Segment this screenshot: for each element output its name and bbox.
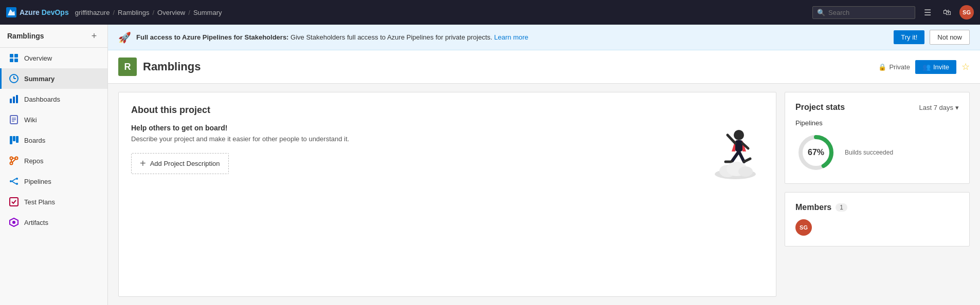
summary-icon xyxy=(9,73,19,84)
sidebar-item-testplans[interactable]: Test Plans xyxy=(0,192,107,212)
plus-icon: + xyxy=(140,158,146,169)
members-header: Members 1 xyxy=(795,203,959,212)
svg-rect-17 xyxy=(13,136,15,141)
sidebar-item-artifacts[interactable]: Artifacts xyxy=(0,212,107,233)
try-it-button[interactable]: Try it! xyxy=(894,30,924,44)
stats-title: Project stats xyxy=(795,103,845,112)
svg-line-28 xyxy=(12,179,16,181)
banner-icon: 🚀 xyxy=(118,31,131,44)
svg-rect-5 xyxy=(14,59,18,62)
stats-period-selector[interactable]: Last 7 days ▾ xyxy=(919,104,959,111)
wiki-icon xyxy=(9,115,19,125)
member-avatar[interactable]: SG xyxy=(795,219,812,236)
breadcrumb-ramblings[interactable]: Ramblings xyxy=(118,9,149,16)
logo[interactable]: Azure DevOps xyxy=(6,7,69,17)
logo-azure: Azure xyxy=(20,8,40,16)
topnav: Azure DevOps griffithazure / Ramblings /… xyxy=(0,0,980,25)
svg-point-33 xyxy=(734,130,744,140)
sidebar-item-repos[interactable]: Repos xyxy=(0,150,107,171)
breadcrumb: griffithazure / Ramblings / Overview / S… xyxy=(75,9,806,16)
pipelines-icon xyxy=(9,176,19,186)
members-title: Members xyxy=(795,203,831,212)
about-left: Help others to get on board! Describe yo… xyxy=(131,124,697,174)
repos-icon xyxy=(9,156,19,166)
svg-rect-34 xyxy=(735,140,742,151)
devops-icon xyxy=(6,7,16,17)
about-title: About this project xyxy=(131,105,764,116)
pipelines-label: Pipelines xyxy=(795,119,959,127)
stats-header: Project stats Last 7 days ▾ xyxy=(795,103,959,112)
sidebar-label-summary: Summary xyxy=(24,75,55,83)
svg-rect-11 xyxy=(16,95,18,103)
sidebar-item-overview[interactable]: Overview xyxy=(0,48,107,68)
sidebar-label-testplans: Test Plans xyxy=(24,198,55,206)
add-description-button[interactable]: + Add Project Description xyxy=(131,153,229,174)
lock-icon: 🔒 xyxy=(878,63,886,71)
overview-icon xyxy=(9,53,19,63)
artifacts-icon xyxy=(9,217,19,227)
panels: About this project Help others to get on… xyxy=(108,84,980,305)
sidebar: Ramblings + Overview Summary Dashboards xyxy=(0,25,108,305)
sidebar-item-boards[interactable]: Boards xyxy=(0,130,107,150)
svg-point-27 xyxy=(16,183,18,185)
about-help-title: Help others to get on board! xyxy=(131,124,697,132)
svg-line-24 xyxy=(12,159,15,162)
svg-line-29 xyxy=(12,181,16,184)
chevron-down-icon: ▾ xyxy=(955,104,959,111)
list-icon[interactable]: ☰ xyxy=(920,5,935,20)
donut-chart: 67% xyxy=(795,132,837,173)
testplans-icon xyxy=(9,197,19,207)
invite-button[interactable]: 👥 Invite xyxy=(915,60,956,74)
svg-point-26 xyxy=(16,178,18,180)
sidebar-label-wiki: Wiki xyxy=(24,116,37,124)
breadcrumb-griffithazure[interactable]: griffithazure xyxy=(75,9,110,16)
sidebar-label-overview: Overview xyxy=(24,54,52,62)
not-now-button[interactable]: Not now xyxy=(930,30,970,45)
banner-learn-more-link[interactable]: Learn more xyxy=(494,33,528,41)
builds-succeeded-label: Builds succeeded xyxy=(845,149,893,156)
svg-rect-16 xyxy=(10,136,12,144)
private-label: 🔒 Private xyxy=(878,63,910,71)
invite-label: Invite xyxy=(933,63,949,71)
donut-wrapper: 67% Builds succeeded xyxy=(795,132,959,173)
search-input[interactable] xyxy=(828,9,911,16)
sidebar-label-repos: Repos xyxy=(24,157,44,165)
private-text: Private xyxy=(889,63,910,71)
main-layout: Ramblings + Overview Summary Dashboards xyxy=(0,25,980,305)
topnav-right: 🔍 ☰ 🛍 SG xyxy=(812,5,974,20)
svg-point-19 xyxy=(10,157,13,160)
search-icon: 🔍 xyxy=(817,9,825,16)
shopping-bag-icon[interactable]: 🛍 xyxy=(940,5,954,20)
sidebar-label-artifacts: Artifacts xyxy=(24,219,48,226)
search-box[interactable]: 🔍 xyxy=(812,6,915,19)
invite-icon: 👥 xyxy=(922,63,931,71)
page-header-actions: 🔒 Private 👥 Invite ☆ xyxy=(878,60,970,74)
page-title: Ramblings xyxy=(143,60,878,73)
svg-point-46 xyxy=(738,166,753,177)
svg-rect-18 xyxy=(16,136,19,143)
sidebar-label-pipelines: Pipelines xyxy=(24,178,51,185)
content-area: 🚀 Full access to Azure Pipelines for Sta… xyxy=(108,25,980,305)
user-avatar[interactable]: SG xyxy=(959,5,974,20)
banner-text: Full access to Azure Pipelines for Stake… xyxy=(136,33,888,41)
stats-card: Project stats Last 7 days ▾ Pipelines 67… xyxy=(785,92,970,184)
dashboards-icon xyxy=(9,94,19,104)
sidebar-item-dashboards[interactable]: Dashboards xyxy=(0,89,107,109)
svg-rect-9 xyxy=(10,99,12,103)
period-label: Last 7 days xyxy=(919,104,954,111)
sidebar-item-wiki[interactable]: Wiki xyxy=(0,109,107,130)
sidebar-item-pipelines[interactable]: Pipelines xyxy=(0,171,107,192)
banner-normal-text: Give Stakeholders full access to Azure P… xyxy=(291,33,492,41)
sidebar-label-dashboards: Dashboards xyxy=(24,96,60,103)
svg-point-25 xyxy=(10,180,12,182)
sidebar-item-summary[interactable]: Summary xyxy=(0,68,107,89)
breadcrumb-summary[interactable]: Summary xyxy=(193,9,222,16)
favorite-icon[interactable]: ☆ xyxy=(961,61,970,72)
svg-rect-2 xyxy=(10,54,13,58)
logo-devops: DevOps xyxy=(42,8,69,16)
svg-rect-10 xyxy=(13,97,15,103)
breadcrumb-overview[interactable]: Overview xyxy=(157,9,185,16)
add-project-button[interactable]: + xyxy=(88,30,100,42)
banner: 🚀 Full access to Azure Pipelines for Sta… xyxy=(108,25,980,50)
svg-rect-3 xyxy=(14,54,18,58)
